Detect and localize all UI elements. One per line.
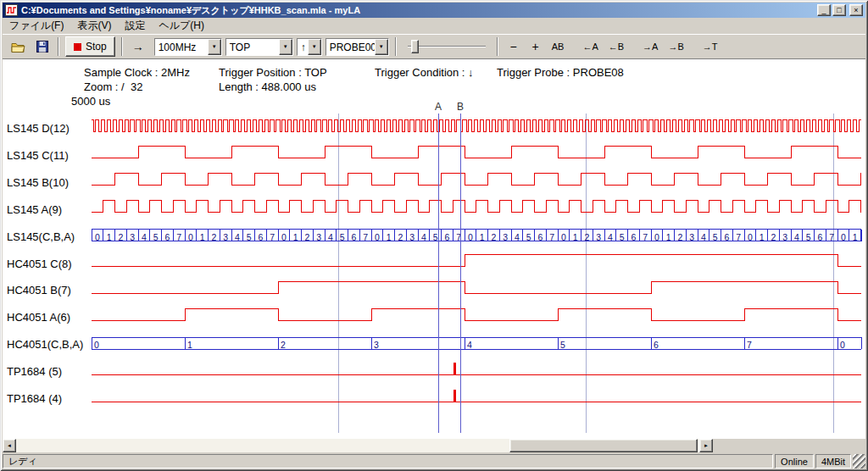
cursor-ab-button[interactable]: AB [548,37,568,56]
status-online: Online [775,454,814,468]
toolbar-separator [497,37,498,56]
menu-settings[interactable]: 設定 [118,17,152,35]
close-button[interactable]: × [849,4,863,16]
sample-clock-value: 100MHz [155,39,208,55]
length-info: Length : 488.000 us [219,80,316,93]
scrollbar-thumb[interactable] [509,439,698,452]
dropdown-arrow-icon[interactable]: ▼ [308,39,321,55]
status-memory: 4MBit [815,454,851,468]
trigger-edge-value: ↑ [298,39,308,55]
app-window: C:¥Documents and Settings¥noname¥デスクトップ¥… [0,0,868,471]
open-folder-icon [11,42,26,53]
trigger-probe-value: PROBE00 [326,39,375,55]
goto-trigger-button[interactable]: →T [699,37,721,56]
stop-label: Stop [86,41,107,53]
trigger-position-info: Trigger Position : TOP [219,66,327,79]
stop-icon [74,43,81,51]
dropdown-arrow-icon[interactable]: ▼ [208,39,221,55]
zoom-info: Zoom : / 32 [84,80,142,93]
trigger-edge-select[interactable]: ↑ ▼ [297,38,322,56]
toolbar-separator [395,37,397,56]
trigger-position-select[interactable]: TOP ▼ [225,38,293,56]
menu-file[interactable]: ファイル(F) [3,17,70,35]
maximize-button[interactable]: □ [832,4,846,16]
goto-cursor-b-right-button[interactable]: →B [665,37,687,56]
minimize-button[interactable]: _ [817,4,831,16]
dropdown-arrow-icon[interactable]: ▼ [279,39,292,55]
status-ready: レディ [3,454,773,468]
trigger-condition-info: Trigger Condition : ↓ [375,66,474,79]
title-bar[interactable]: C:¥Documents and Settings¥noname¥デスクトップ¥… [3,3,865,18]
sample-clock-select[interactable]: 100MHz ▼ [154,38,222,56]
stop-button[interactable]: Stop [65,36,115,57]
toolbar-separator [58,37,59,56]
floppy-disk-icon [36,41,48,53]
status-bar: レディ Online 4MBit [3,454,865,468]
toolbar: Stop → 100MHz ▼ TOP ▼ ↑ ▼ PROBE00 ▼ − + … [3,34,865,59]
goto-cursor-a-right-button[interactable]: →A [639,37,661,56]
zoom-slider-handle[interactable] [411,40,419,53]
resize-grip[interactable] [853,454,865,468]
run-button[interactable]: → [129,37,147,56]
app-icon [5,4,18,16]
scroll-right-arrow-icon[interactable]: ► [699,439,713,452]
scroll-left-arrow-icon[interactable]: ◄ [3,439,16,452]
trigger-probe-info: Trigger Probe : PROBE08 [497,66,624,79]
zoom-slider-track [408,46,486,47]
zoom-in-button[interactable]: + [526,37,545,56]
window-title: C:¥Documents and Settings¥noname¥デスクトップ¥… [21,4,817,17]
trigger-position-value: TOP [226,39,279,55]
horizontal-scrollbar[interactable]: ◄ ► [3,439,713,452]
dropdown-arrow-icon[interactable]: ▼ [375,39,388,55]
menu-help[interactable]: ヘルプ(H) [152,17,211,35]
trigger-probe-select[interactable]: PROBE00 ▼ [326,38,389,56]
save-button[interactable] [33,37,52,56]
zoom-slider[interactable] [404,36,489,57]
goto-cursor-a-left-button[interactable]: ←A [579,37,601,56]
goto-cursor-b-left-button[interactable]: ←B [605,37,627,56]
sample-clock-info: Sample Clock : 2MHz [84,66,190,79]
zoom-out-button[interactable]: − [504,37,523,56]
open-file-button[interactable] [8,37,30,56]
time-scale-label: 5000 us [71,95,110,108]
menu-view[interactable]: 表示(V) [70,17,118,35]
menu-bar: ファイル(F) 表示(V) 設定 ヘルプ(H) [3,18,865,34]
toolbar-separator [121,37,123,56]
waveform-area-background [3,59,865,439]
